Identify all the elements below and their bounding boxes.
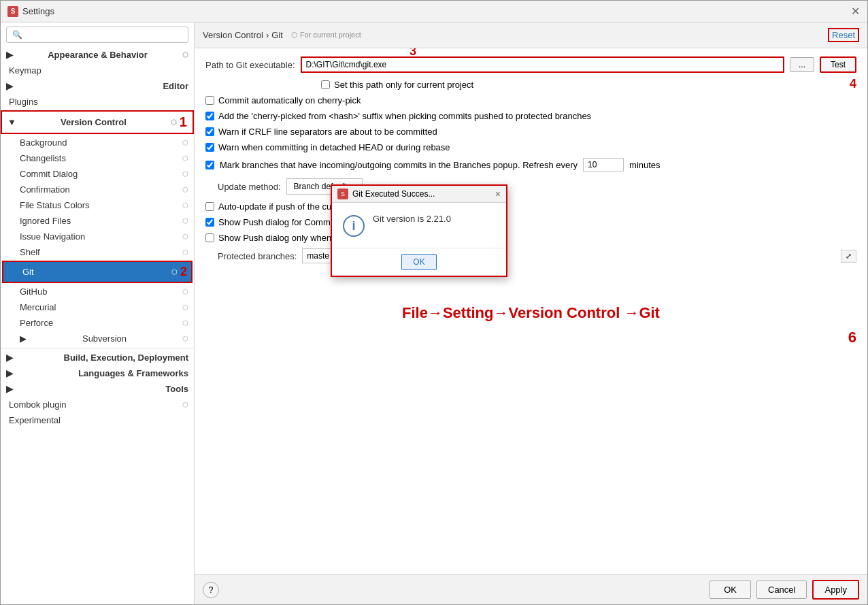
cherry-pick-row: Add the 'cherry-picked from <hash>' suff… (205, 111, 856, 121)
cancel-button[interactable]: Cancel (756, 581, 807, 599)
sidebar-label-editor: Editor (163, 81, 188, 91)
sidebar-label-appearance: Appearance & Behavior (48, 50, 148, 60)
reset-button[interactable]: Reset (828, 28, 859, 42)
sidebar-item-tools[interactable]: ▶ Tools (1, 381, 194, 397)
sidebar-item-appearance[interactable]: ▶ Appearance & Behavior ⬡ (1, 47, 194, 63)
path-label: Path to Git executable: (205, 60, 295, 70)
page-icon-git: ⬡ (171, 268, 178, 276)
test-button[interactable]: Test (820, 56, 856, 73)
mark-branches-row: Mark branches that have incoming/outgoin… (205, 158, 856, 171)
cherry-pick-checkbox[interactable] (205, 112, 214, 120)
show-push-checkbox[interactable] (205, 218, 214, 227)
path-input[interactable] (301, 56, 784, 73)
sidebar-divider-1 (1, 348, 194, 348)
sidebar-item-background[interactable]: Background ⬡ (1, 135, 194, 150)
sidebar-label-git: Git (22, 267, 34, 277)
title-bar: S Settings ✕ (1, 1, 867, 22)
protected-expand-button[interactable]: ⤢ (841, 250, 856, 263)
auto-update-row: Auto-update if push of the current branc… (205, 201, 856, 212)
warn-detached-row: Warn when committing in detached HEAD or… (205, 142, 856, 152)
apply-button[interactable]: Apply (812, 580, 859, 600)
search-input[interactable] (6, 27, 188, 43)
mark-branches-checkbox[interactable] (205, 161, 214, 169)
sidebar-item-git[interactable]: Git ⬡ 2 (3, 262, 191, 282)
sidebar-item-file-status[interactable]: File Status Colors ⬡ (1, 197, 194, 213)
warn-detached-label: Warn when committing in detached HEAD or… (218, 142, 450, 152)
page-icon-confirmation: ⬡ (182, 186, 188, 193)
page-icon-commit-dialog: ⬡ (182, 170, 188, 178)
modal-ok-button[interactable]: OK (401, 254, 436, 270)
sidebar-item-lombok[interactable]: Lombok plugin ⬡ (1, 397, 194, 412)
breadcrumb-part1: Version Control (203, 30, 263, 40)
close-button[interactable]: ✕ (850, 6, 861, 17)
set-path-checkbox[interactable] (321, 80, 330, 89)
page-icon-perforce: ⬡ (182, 319, 188, 327)
panel-header: Version Control › Git ⬡ For current proj… (195, 22, 867, 48)
sidebar-label-ignored-files: Ignored Files (20, 216, 71, 226)
settings-window: S Settings ✕ ▶ Appearance & Behavior ⬡ K… (0, 0, 868, 605)
show-push-only-checkbox[interactable] (205, 233, 214, 242)
footer-buttons: OK Cancel Apply (710, 580, 859, 600)
update-method-label: Update method: (218, 182, 281, 192)
sidebar-label-changelists: Changelists (20, 153, 66, 163)
sidebar-item-plugins[interactable]: Plugins (1, 94, 194, 110)
commit-auto-checkbox[interactable] (205, 96, 214, 105)
sidebar-item-subversion[interactable]: ▶ Subversion ⬡ (1, 331, 194, 346)
sidebar-label-perforce: Perforce (20, 318, 53, 328)
sidebar-item-experimental[interactable]: Experimental (1, 412, 194, 428)
browse-button[interactable]: ... (790, 57, 814, 72)
sidebar-item-github[interactable]: GitHub ⬡ (1, 284, 194, 299)
sidebar-item-changelists[interactable]: Changelists ⬡ (1, 150, 194, 166)
sidebar-label-experimental: Experimental (9, 415, 61, 425)
sidebar-item-version-control[interactable]: ▼ Version Control ⬡ 1 (2, 112, 193, 133)
sidebar-label-shelf: Shelf (20, 247, 40, 257)
sidebar-label-keymap: Keymap (9, 65, 41, 76)
sidebar-item-mercurial[interactable]: Mercurial ⬡ (1, 299, 194, 315)
window-title: Settings (22, 6, 850, 16)
sidebar-label-mercurial: Mercurial (20, 302, 56, 312)
set-path-label: Set this path only for current project (334, 80, 473, 90)
expand-arrow-lang: ▶ (6, 368, 13, 378)
sidebar-item-ignored-files[interactable]: Ignored Files ⬡ (1, 213, 194, 229)
auto-update-checkbox[interactable] (205, 202, 214, 211)
minutes-label: minutes (629, 160, 661, 170)
modal-dialog: S Git Executed Succes... × i Git version… (331, 184, 507, 277)
sidebar-item-confirmation[interactable]: Confirmation ⬡ (1, 182, 194, 197)
breadcrumb-part2: Git (271, 30, 283, 40)
expand-arrow-appearance: ▶ (6, 50, 13, 60)
warn-crlf-checkbox[interactable] (205, 127, 214, 136)
page-icon-vc: ⬡ (171, 118, 177, 126)
page-icon-appearance: ⬡ (182, 51, 188, 59)
sidebar-item-shelf[interactable]: Shelf ⬡ (1, 244, 194, 260)
sidebar-item-keymap[interactable]: Keymap (1, 63, 194, 78)
sidebar-item-perforce[interactable]: Perforce ⬡ (1, 315, 194, 331)
breadcrumb: Version Control › Git ⬡ For current proj… (203, 30, 361, 40)
sidebar-item-editor[interactable]: ▶ Editor (1, 78, 194, 94)
sidebar-item-build[interactable]: ▶ Build, Execution, Deployment (1, 350, 194, 365)
version-control-outline: ▼ Version Control ⬡ 1 (1, 110, 194, 134)
help-button[interactable]: ? (203, 582, 219, 598)
sidebar-item-issue-nav[interactable]: Issue Navigation ⬡ (1, 229, 194, 244)
modal-close-button[interactable]: × (495, 189, 501, 199)
page-icon-subversion: ⬡ (182, 335, 188, 342)
page-icon-file-status: ⬡ (182, 201, 188, 209)
sidebar-label-vc: Version Control (61, 117, 127, 127)
app-icon: S (7, 6, 18, 17)
warn-detached-checkbox[interactable] (205, 143, 214, 152)
main-content: ▶ Appearance & Behavior ⬡ Keymap ▶ Edito… (1, 22, 867, 604)
sidebar-label-github: GitHub (20, 287, 47, 297)
ok-button[interactable]: OK (710, 581, 751, 599)
cherry-pick-label: Add the 'cherry-picked from <hash>' suff… (218, 111, 591, 121)
modal-icon: S (337, 189, 348, 199)
modal-info-icon: i (343, 215, 365, 237)
expand-arrow-build: ▶ (6, 353, 13, 363)
sidebar-item-languages[interactable]: ▶ Languages & Frameworks (1, 365, 194, 381)
modal-footer: OK (332, 248, 506, 276)
set-path-row: Set this path only for current project (321, 80, 856, 90)
refresh-minutes-input[interactable] (583, 158, 624, 171)
expand-arrow-svn: ▶ (20, 333, 27, 344)
sidebar-item-commit-dialog[interactable]: Commit Dialog ⬡ (1, 166, 194, 182)
sidebar-label-confirmation: Confirmation (20, 184, 70, 195)
protected-branches-label: Protected branches: (218, 251, 297, 261)
annotation-1: 1 (180, 114, 187, 130)
